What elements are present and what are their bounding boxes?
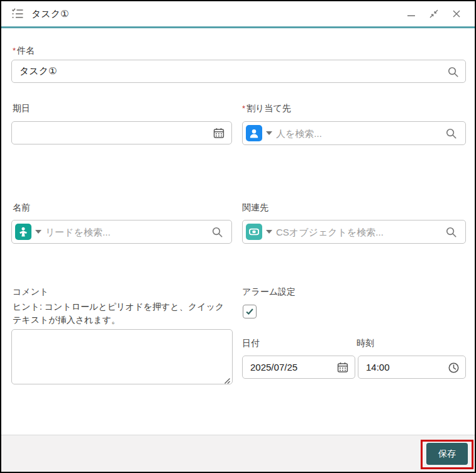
subject-label: *件名 (13, 45, 35, 57)
comment-textarea[interactable] (11, 329, 233, 384)
name-combobox (11, 220, 232, 244)
search-icon (211, 226, 231, 238)
person-icon (246, 125, 262, 141)
name-label: 名前 (13, 202, 30, 214)
alarm-label: アラーム設定 (242, 286, 296, 298)
related-to-combobox (242, 220, 466, 244)
calendar-icon[interactable] (336, 361, 349, 374)
task-checklist-icon (11, 8, 24, 20)
window-controls (406, 8, 467, 19)
dialog-header: タスク① (1, 1, 475, 26)
close-icon[interactable] (451, 8, 462, 19)
dialog-title: タスク① (31, 8, 69, 20)
entity-selector-button[interactable] (243, 224, 276, 240)
check-icon (245, 307, 255, 317)
related-to-input[interactable] (276, 227, 445, 237)
entity-selector-button[interactable] (243, 125, 276, 141)
entity-selector-button[interactable] (12, 224, 45, 240)
clock-icon[interactable] (447, 361, 460, 374)
search-icon (446, 65, 459, 78)
related-to-label: 関連先 (242, 202, 268, 214)
comment-label: コメント (13, 286, 48, 298)
due-date-label: 期日 (13, 103, 30, 114)
comment-hint: ヒント: コントロールとピリオドを押すと、クイックテキストが挿入されます。 (13, 300, 233, 327)
search-icon (445, 128, 465, 139)
save-button[interactable]: 保存 (426, 443, 468, 465)
search-icon (445, 226, 465, 238)
calendar-icon[interactable] (213, 127, 225, 139)
name-input[interactable] (45, 227, 211, 237)
required-asterisk: * (242, 104, 245, 113)
dialog-footer (1, 435, 475, 472)
subject-input[interactable] (11, 60, 466, 83)
reminder-date-label: 日付 (242, 338, 260, 349)
assigned-to-label: *割り当て先 (242, 103, 291, 114)
task-dialog: タスク① *件名 期日 (0, 0, 476, 473)
chevron-down-icon (35, 230, 42, 234)
alarm-checkbox[interactable] (243, 305, 257, 318)
assigned-to-input[interactable] (276, 128, 445, 139)
assigned-to-combobox (242, 121, 466, 145)
custom-object-icon (246, 224, 262, 240)
lead-icon (15, 224, 31, 240)
minimize-icon[interactable] (406, 8, 417, 19)
reminder-time-label: 時刻 (357, 338, 374, 349)
header-accent-divider (1, 26, 475, 28)
chevron-down-icon (266, 131, 272, 135)
required-asterisk: * (13, 46, 16, 55)
resize-handle-icon[interactable] (223, 376, 231, 383)
restore-icon[interactable] (428, 8, 440, 19)
due-date-input[interactable] (11, 121, 232, 144)
chevron-down-icon (266, 230, 272, 234)
